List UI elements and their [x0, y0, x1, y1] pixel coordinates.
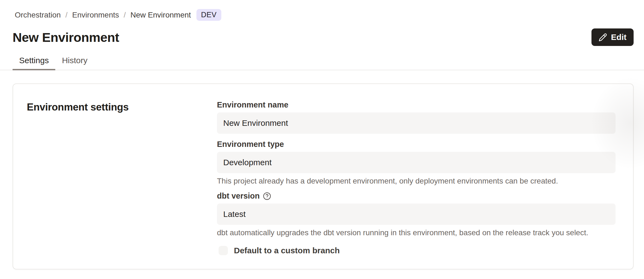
- environment-name-label-text: Environment name: [217, 100, 288, 109]
- edit-button-label: Edit: [611, 33, 626, 42]
- tab-history[interactable]: History: [55, 53, 94, 70]
- environment-type-input[interactable]: [217, 152, 616, 173]
- field-dbt-version: dbt version dbt automatically upgrades t…: [217, 191, 616, 237]
- breadcrumb-item-current: New Environment: [130, 11, 191, 19]
- environment-name-label: Environment name: [217, 100, 616, 109]
- field-environment-name: Environment name: [217, 100, 616, 134]
- pencil-icon: [599, 33, 607, 42]
- environment-type-helper-text: This project already has a development e…: [217, 177, 616, 185]
- field-environment-type: Environment type This project already ha…: [217, 140, 616, 185]
- edit-button[interactable]: Edit: [591, 28, 634, 46]
- dbt-version-label: dbt version: [217, 191, 616, 200]
- environment-type-label-text: Environment type: [217, 140, 284, 149]
- environment-settings-card: Environment settings Environment name En…: [13, 83, 634, 269]
- breadcrumb: Orchestration / Environments / New Envir…: [0, 0, 644, 21]
- help-circle-icon[interactable]: [263, 192, 271, 200]
- breadcrumb-separator: /: [65, 11, 68, 19]
- card-form-column: Environment name Environment type This p…: [217, 84, 633, 269]
- default-custom-branch-label: Default to a custom branch: [234, 246, 340, 255]
- breadcrumb-separator: /: [124, 11, 126, 19]
- tab-settings[interactable]: Settings: [13, 53, 55, 70]
- dbt-version-input[interactable]: [217, 204, 616, 225]
- default-custom-branch-checkbox[interactable]: [219, 246, 228, 255]
- environment-type-label: Environment type: [217, 140, 616, 149]
- page-title: New Environment: [13, 30, 119, 45]
- dbt-version-helper-text: dbt automatically upgrades the dbt versi…: [217, 228, 616, 237]
- breadcrumb-item-environments[interactable]: Environments: [72, 11, 119, 19]
- dbt-version-label-text: dbt version: [217, 191, 260, 200]
- main-content: Environment settings Environment name En…: [0, 70, 644, 269]
- tab-bar: Settings History: [0, 53, 644, 70]
- page-header: New Environment Edit: [13, 28, 634, 46]
- environment-name-input[interactable]: [217, 112, 616, 134]
- card-heading: Environment settings: [27, 101, 217, 113]
- environment-dev-badge: DEV: [196, 9, 221, 21]
- custom-branch-row: Default to a custom branch: [217, 246, 616, 255]
- breadcrumb-item-orchestration[interactable]: Orchestration: [15, 11, 61, 19]
- card-heading-column: Environment settings: [13, 84, 217, 269]
